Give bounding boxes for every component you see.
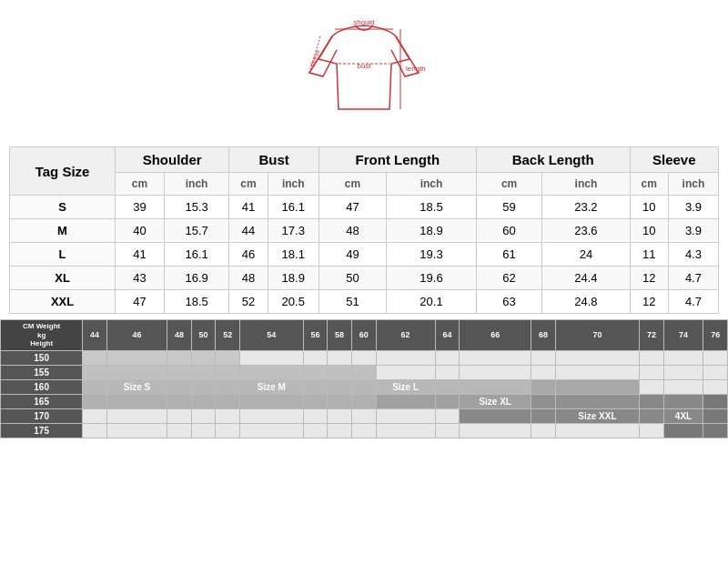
cell-size: S [10,196,116,219]
weight-data-cell [435,350,460,365]
cell-shoulder-cm: 43 [116,267,165,290]
svg-text:length: length [406,65,426,73]
weight-data-cell: Size L [376,379,435,394]
weight-data-cell [640,379,664,394]
weight-data-cell [640,394,664,408]
weight-data-cell [303,379,328,394]
weight-data-cell [240,350,304,365]
weight-data-cell [376,394,435,408]
height-label-cell: 150 [1,350,83,365]
weight-col-header: 66 [460,320,531,351]
sub-shoulder-inch: inch [164,173,228,196]
weight-row: 170Size XXL4XL [1,408,728,423]
weight-data-cell [328,423,352,438]
cell-front-in: 19.3 [387,243,477,267]
weight-data-cell [216,379,240,394]
weight-data-cell [216,423,240,438]
weight-data-cell [435,379,460,394]
weight-table: CM WeightkgHeight 4446485052545658606264… [0,319,728,438]
weight-data-cell [83,350,107,365]
weight-data-cell [106,423,167,438]
weight-data-cell [531,365,556,379]
weight-data-cell [351,408,376,423]
cell-front-in: 18.9 [387,219,477,243]
weight-data-cell [531,394,556,408]
weight-data-cell [216,394,240,408]
weight-data-cell [167,350,192,365]
weight-data-cell [703,379,728,394]
weight-data-cell [83,423,107,438]
size-table: Tag Size Shoulder Bust Front Length Back… [9,146,719,314]
sub-front-inch: inch [387,173,477,196]
weight-data-cell [328,394,352,408]
weight-chart-section: CM WeightkgHeight 4446485052545658606264… [0,319,728,438]
cell-sleeve-cm: 10 [630,219,668,243]
weight-row: 150 [1,350,728,365]
weight-data-cell [531,408,556,423]
weight-data-cell [640,408,664,423]
cell-size: XXL [10,290,116,314]
height-label-cell: 175 [1,423,83,438]
cell-front-in: 20.1 [387,290,477,314]
weight-data-cell [531,350,556,365]
sub-bust-inch: inch [268,173,318,196]
cell-bust-in: 16.1 [268,196,318,219]
weight-data-cell [640,423,664,438]
weight-data-cell [216,408,240,423]
weight-col-header: 72 [640,320,664,351]
cell-sleeve-in: 4.7 [668,267,718,290]
weight-data-cell [191,423,216,438]
weight-data-cell [663,423,703,438]
weight-data-cell [328,365,352,379]
weight-col-header: 56 [303,320,328,351]
table-row: XXL 47 18.5 52 20.5 51 20.1 63 24.8 12 4… [10,290,719,314]
weight-col-header: 52 [216,320,240,351]
cell-bust-in: 20.5 [268,290,318,314]
weight-data-cell [191,365,216,379]
weight-col-header: 48 [167,320,192,351]
weight-data-cell [167,408,192,423]
weight-row: 165Size XL [1,394,728,408]
weight-data-cell [328,379,352,394]
weight-col-header: 54 [240,320,304,351]
weight-data-cell [83,379,107,394]
cell-shoulder-in: 16.9 [164,267,228,290]
weight-data-cell: Size S [106,379,167,394]
weight-data-cell [435,394,460,408]
weight-data-cell [167,379,192,394]
cell-sleeve-cm: 12 [630,267,668,290]
weight-col-header: 68 [531,320,556,351]
weight-data-cell [555,379,639,394]
weight-data-cell [703,394,728,408]
cell-size: XL [10,267,116,290]
weight-data-cell [191,394,216,408]
weight-data-cell [167,394,192,408]
cell-sleeve-in: 3.9 [668,196,718,219]
cell-sleeve-in: 4.7 [668,290,718,314]
weight-data-cell [703,423,728,438]
size-chart-section: Tag Size Shoulder Bust Front Length Back… [0,132,728,314]
weight-col-header: 50 [191,320,216,351]
weight-data-cell [640,365,664,379]
weight-data-cell [303,365,328,379]
weight-data-cell [376,365,435,379]
weight-data-cell: Size M [240,379,304,394]
col-tag-size: Tag Size [10,147,116,196]
weight-data-cell [435,365,460,379]
weight-data-cell [351,379,376,394]
cell-bust-in: 17.3 [268,219,318,243]
weight-data-cell [191,408,216,423]
cell-bust-cm: 41 [229,196,268,219]
sub-sleeve-cm: cm [630,173,668,196]
weight-data-cell [106,394,167,408]
cell-back-in: 23.2 [542,196,630,219]
weight-data-cell [328,350,352,365]
col-back-length: Back Length [476,147,630,173]
cell-bust-cm: 44 [229,219,268,243]
size-chart-title [9,132,719,139]
cell-back-cm: 63 [476,290,541,314]
weight-data-cell [240,423,304,438]
cell-sleeve-in: 3.9 [668,219,718,243]
col-shoulder: Shoulder [116,147,229,173]
weight-data-cell [663,379,703,394]
